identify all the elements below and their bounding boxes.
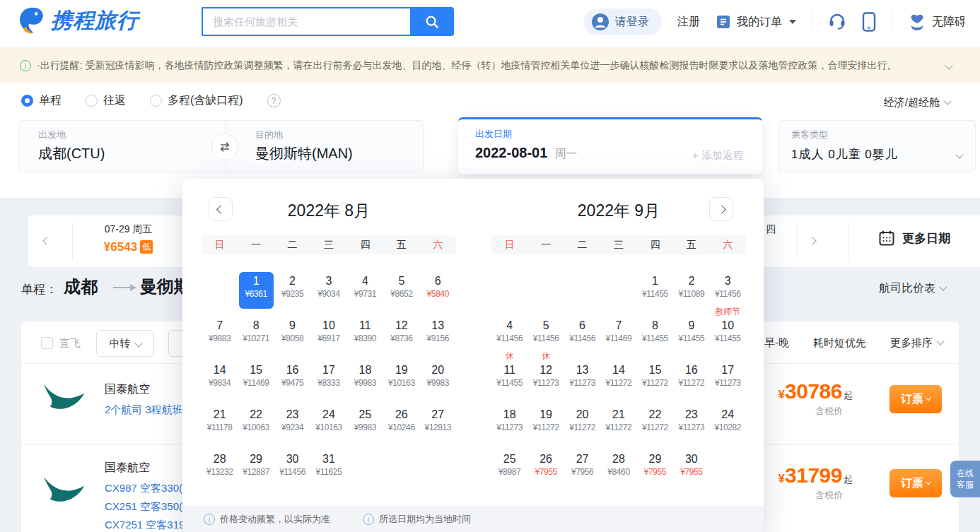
calendar-day-sep-6[interactable]: 6¥11456 bbox=[565, 317, 600, 353]
calendar-day-sep-25[interactable]: 25¥8987 bbox=[492, 450, 527, 487]
mobile-app-icon[interactable] bbox=[862, 12, 876, 32]
book-button[interactable]: 订票 bbox=[889, 385, 942, 413]
calendar-day-sep-4[interactable]: 4¥11456 bbox=[492, 317, 527, 353]
calendar-day-aug-22[interactable]: 22¥10063 bbox=[239, 406, 274, 442]
radio-multicity[interactable]: 多程(含缺口程) bbox=[150, 93, 243, 108]
calendar-day-sep-28[interactable]: 28¥8460 bbox=[601, 450, 636, 487]
calendar-day-sep-16[interactable]: 16¥11272 bbox=[674, 361, 708, 398]
calendar-day-aug-16[interactable]: 16¥9475 bbox=[275, 361, 310, 398]
calendar-day-sep-22[interactable]: 22¥11272 bbox=[638, 406, 672, 442]
calendar-day-aug-8[interactable]: 8¥10271 bbox=[239, 317, 274, 353]
accessibility-button[interactable]: 无障碍 bbox=[908, 13, 966, 30]
calendar-day-aug-1[interactable]: 1¥6361 bbox=[239, 272, 274, 309]
calendar-day-sep-11[interactable]: 休11¥11455 bbox=[492, 361, 527, 398]
calendar-day-aug-4[interactable]: 4¥9731 bbox=[348, 272, 383, 309]
notice-expand-icon[interactable] bbox=[945, 61, 952, 69]
direct-flight-checkbox[interactable] bbox=[41, 337, 53, 349]
calendar-day-aug-5[interactable]: 5¥8652 bbox=[384, 272, 419, 309]
calendar-day-aug-20[interactable]: 20¥9983 bbox=[421, 361, 455, 398]
calendar-day-sep-3[interactable]: 3¥11456 bbox=[711, 272, 745, 309]
calendar-day-sep-15[interactable]: 15¥11272 bbox=[638, 361, 672, 398]
calendar-day-aug-29[interactable]: 29¥12887 bbox=[239, 450, 274, 487]
customer-service-icon[interactable] bbox=[828, 13, 846, 31]
calendar-day-sep-17[interactable]: 17¥11273 bbox=[711, 361, 745, 398]
calendar-day-sep-9[interactable]: 9¥11455 bbox=[674, 317, 708, 353]
calendar-day-aug-2[interactable]: 2¥9235 bbox=[275, 272, 310, 309]
calendar-day-aug-14[interactable]: 14¥9834 bbox=[202, 361, 237, 398]
book-button[interactable]: 订票 bbox=[889, 469, 942, 497]
to-field[interactable]: 曼彻斯特(MAN) bbox=[255, 144, 353, 163]
more-sort-button[interactable]: 更多排序 bbox=[890, 336, 943, 350]
calendar-day-sep-19[interactable]: 19¥11272 bbox=[529, 406, 564, 442]
calendar-day-sep-30[interactable]: 30¥7955 bbox=[674, 450, 708, 487]
calendar-day-aug-30[interactable]: 30¥11456 bbox=[275, 450, 310, 487]
calendar-day-sep-2[interactable]: 2¥11089 bbox=[674, 272, 708, 309]
calendar-day-aug-23[interactable]: 23¥9234 bbox=[275, 406, 310, 442]
calendar-day-aug-17[interactable]: 17¥8333 bbox=[311, 361, 346, 398]
radio-oneway[interactable]: 单程 bbox=[21, 93, 62, 108]
day-price: ¥11273 bbox=[529, 377, 564, 389]
my-orders-menu[interactable]: 我的订单 bbox=[716, 14, 796, 30]
calendar-day-aug-31[interactable]: 31¥11625 bbox=[311, 450, 346, 487]
sort-duration[interactable]: 耗时短优先 bbox=[813, 336, 866, 350]
day-number: 18 bbox=[348, 363, 383, 377]
calendar-day-sep-21[interactable]: 21¥11272 bbox=[601, 406, 636, 442]
calendar-day-aug-27[interactable]: 27¥12813 bbox=[421, 406, 455, 442]
calendar-day-aug-15[interactable]: 15¥11469 bbox=[239, 361, 274, 398]
calendar-day-aug-3[interactable]: 3¥9034 bbox=[311, 272, 346, 309]
ctrip-logo[interactable]: 携程旅行 bbox=[17, 6, 139, 35]
calendar-day-sep-1[interactable]: 1¥11455 bbox=[638, 272, 672, 309]
online-service-tab[interactable]: 在线 客服 bbox=[950, 461, 980, 497]
transfer-filter-button[interactable]: 中转 bbox=[96, 330, 154, 357]
calendar-day-aug-12[interactable]: 12¥8736 bbox=[384, 317, 419, 353]
calendar-day-sep-23[interactable]: 23¥11273 bbox=[674, 406, 708, 442]
calendar-day-aug-9[interactable]: 9¥8058 bbox=[275, 317, 310, 353]
calendar-day-sep-24[interactable]: 24¥10282 bbox=[711, 406, 745, 442]
calendar-day-sep-10[interactable]: 教师节10¥11455 bbox=[711, 317, 745, 353]
calendar-day-aug-26[interactable]: 26¥10246 bbox=[384, 406, 419, 442]
radio-roundtrip[interactable]: 往返 bbox=[86, 93, 126, 108]
calendar-day-sep-29[interactable]: 29¥7955 bbox=[638, 450, 672, 487]
sort-early-late[interactable]: 早-晚 bbox=[764, 336, 789, 350]
calendar-day-sep-5[interactable]: 5¥11456 bbox=[529, 317, 564, 353]
calendar-day-sep-27[interactable]: 27¥7956 bbox=[565, 450, 600, 487]
calendar-day-sep-18[interactable]: 18¥11273 bbox=[492, 406, 527, 442]
passenger-type-field[interactable]: 乘客类型 1成人 0儿童 0婴儿 bbox=[778, 120, 976, 172]
add-return-button[interactable]: + 添加返程 bbox=[692, 149, 744, 162]
date-label: 出发日期 bbox=[475, 128, 512, 141]
login-button[interactable]: 请登录 bbox=[584, 8, 662, 35]
calendar-day-aug-24[interactable]: 24¥10163 bbox=[311, 406, 346, 442]
carousel-next-button[interactable] bbox=[810, 236, 815, 249]
search-input[interactable] bbox=[202, 7, 410, 36]
cabin-class-select[interactable]: 经济/超经舱 bbox=[884, 96, 950, 110]
calendar-day-aug-28[interactable]: 28¥13232 bbox=[202, 450, 237, 487]
depart-date-field[interactable]: 出发日期 2022-08-01周一 + 添加返程 bbox=[458, 117, 762, 174]
from-field[interactable]: 成都(CTU) bbox=[38, 144, 105, 163]
carousel-prev-button[interactable] bbox=[44, 236, 49, 249]
register-link[interactable]: 注册 bbox=[677, 15, 700, 30]
help-icon[interactable]: ? bbox=[267, 94, 281, 107]
calendar-day-aug-10[interactable]: 10¥6917 bbox=[311, 317, 346, 353]
calendar-day-aug-13[interactable]: 13¥9156 bbox=[421, 317, 455, 353]
calendar-day-aug-25[interactable]: 25¥9983 bbox=[348, 406, 383, 442]
carousel-date-item[interactable]: 07-29 周五 ¥6543低 bbox=[74, 223, 183, 254]
calendar-day-sep-7[interactable]: 7¥11469 bbox=[601, 317, 636, 353]
calendar-day-sep-14[interactable]: 14¥11272 bbox=[601, 361, 636, 398]
airline-compare-button[interactable]: 航司比价表 bbox=[879, 281, 946, 296]
flight-summary-link[interactable]: 2个航司 3程航班 bbox=[105, 403, 183, 417]
calendar-day-aug-21[interactable]: 21¥11178 bbox=[202, 406, 237, 442]
calendar-day-sep-26[interactable]: 26¥7955 bbox=[529, 450, 564, 487]
calendar-day-aug-11[interactable]: 11¥8390 bbox=[348, 317, 383, 353]
day-number: 12 bbox=[529, 363, 564, 377]
calendar-day-sep-8[interactable]: 8¥11455 bbox=[638, 317, 672, 353]
search-button[interactable] bbox=[410, 7, 454, 36]
calendar-day-sep-20[interactable]: 20¥11272 bbox=[565, 406, 600, 442]
calendar-day-aug-7[interactable]: 7¥9883 bbox=[202, 317, 237, 353]
swap-cities-button[interactable] bbox=[211, 134, 238, 160]
more-dates-button[interactable]: 更多日期 bbox=[878, 230, 950, 247]
calendar-day-sep-12[interactable]: 休12¥11273 bbox=[529, 361, 564, 398]
calendar-day-sep-13[interactable]: 13¥11273 bbox=[565, 361, 600, 398]
calendar-day-aug-19[interactable]: 19¥10163 bbox=[384, 361, 419, 398]
calendar-day-aug-6[interactable]: 6¥5840 bbox=[421, 272, 455, 309]
calendar-day-aug-18[interactable]: 18¥9983 bbox=[348, 361, 383, 398]
